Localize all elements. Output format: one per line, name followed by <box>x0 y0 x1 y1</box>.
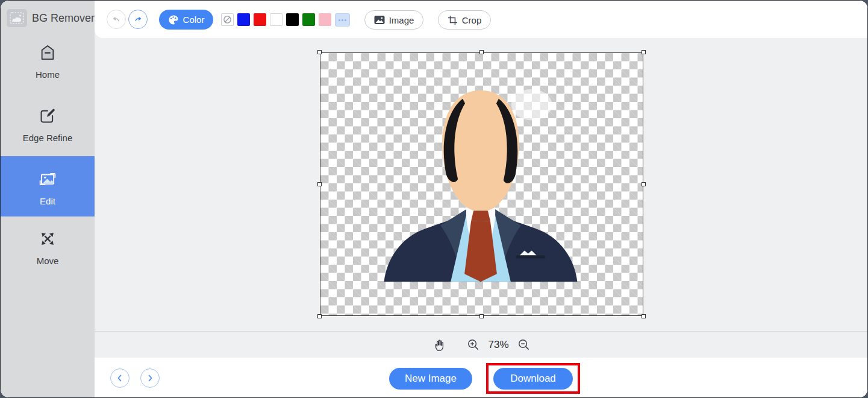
selection-handle-sw[interactable] <box>317 314 322 318</box>
sidebar-item-label: Move <box>1 256 95 266</box>
zoom-in-button[interactable] <box>467 338 479 351</box>
app-window: BG Remover Home Edge Refine <box>0 0 868 398</box>
crop-icon <box>448 15 458 25</box>
color-button-label: Color <box>183 14 205 25</box>
sidebar: BG Remover Home Edge Refine <box>1 1 95 398</box>
image-icon <box>374 15 385 25</box>
undo-icon <box>111 14 122 25</box>
home-icon <box>39 44 56 61</box>
chevron-right-icon <box>146 374 154 382</box>
toolbar: Color Image Cro <box>95 1 868 38</box>
crop-button-label: Crop <box>462 15 482 25</box>
move-arrows-icon <box>39 230 56 247</box>
selection-handle-nw[interactable] <box>317 50 322 54</box>
app-logo: BG Remover <box>7 9 95 27</box>
sidebar-item-edge-refine[interactable]: Edge Refine <box>1 99 95 152</box>
workspace: 73% <box>95 1 868 358</box>
swatch-more-colors[interactable] <box>335 13 350 27</box>
sidebar-item-home[interactable]: Home <box>1 37 95 90</box>
edge-refine-icon <box>39 107 56 124</box>
sidebar-item-edit[interactable]: Edit <box>1 156 95 216</box>
redo-button[interactable] <box>128 10 148 29</box>
selection-handle-e[interactable] <box>642 182 646 186</box>
palette-icon <box>168 14 179 25</box>
swatch-pink[interactable] <box>319 13 331 26</box>
next-button[interactable] <box>140 368 160 388</box>
sidebar-item-move[interactable]: Move <box>1 223 95 277</box>
selection-handle-se[interactable] <box>642 314 646 318</box>
zoom-out-button[interactable] <box>517 338 530 351</box>
image-button-label: Image <box>389 15 414 25</box>
new-image-button[interactable]: New Image <box>389 368 472 390</box>
color-button[interactable]: Color <box>159 10 213 30</box>
chevron-left-icon <box>116 374 124 382</box>
selection-handle-ne[interactable] <box>642 50 646 54</box>
undo-button[interactable] <box>107 10 126 29</box>
redo-icon <box>133 14 143 25</box>
swatch-green[interactable] <box>302 13 315 26</box>
edit-image-icon <box>39 171 57 188</box>
zoom-controls: 73% <box>95 331 868 358</box>
selection-handle-n[interactable] <box>479 50 484 54</box>
sidebar-item-label: Home <box>1 69 95 80</box>
sidebar-item-label: Edit <box>1 196 95 206</box>
avatar-image <box>320 53 643 315</box>
image-button[interactable]: Image <box>364 10 423 30</box>
swatch-red[interactable] <box>254 13 266 26</box>
canvas[interactable] <box>320 52 643 316</box>
swatch-black[interactable] <box>286 13 299 26</box>
crop-button[interactable]: Crop <box>438 10 491 30</box>
selection-handle-s[interactable] <box>479 314 484 318</box>
sidebar-item-label: Edge Refine <box>1 133 95 143</box>
swatch-blue[interactable] <box>237 13 250 26</box>
download-button[interactable]: Download <box>493 368 573 390</box>
footer-bar: New Image Download <box>95 358 868 398</box>
swatch-white[interactable] <box>270 13 283 26</box>
previous-button[interactable] <box>110 368 130 388</box>
selection-handle-w[interactable] <box>317 182 322 186</box>
swatch-none[interactable] <box>221 13 234 26</box>
app-logo-icon <box>7 9 27 27</box>
app-title: BG Remover <box>32 12 95 25</box>
hand-tool[interactable] <box>433 338 446 352</box>
no-color-icon <box>223 15 232 24</box>
zoom-level: 73% <box>488 339 508 351</box>
